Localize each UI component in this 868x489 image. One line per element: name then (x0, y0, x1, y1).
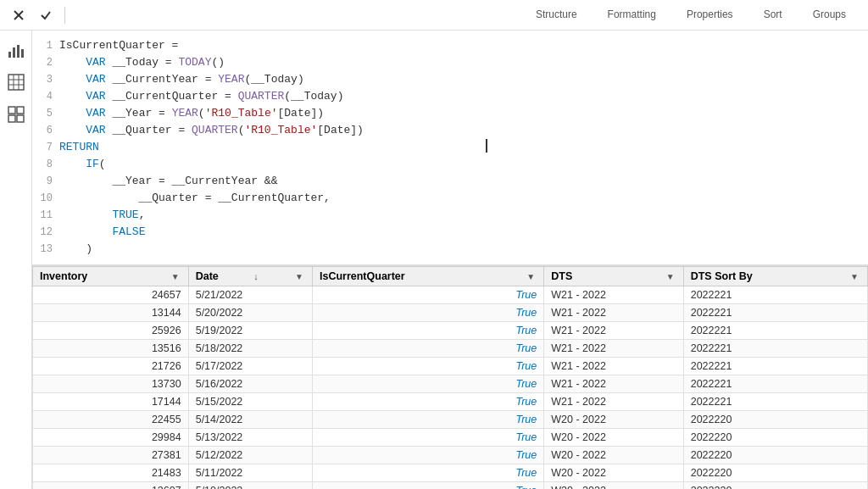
column-filter-button[interactable]: ▼ (849, 271, 860, 282)
cell-dts: W20 - 2022 (544, 447, 683, 464)
column-label: Inventory (40, 270, 87, 282)
line-code: TRUE, (59, 207, 865, 224)
table-view-button[interactable] (3, 69, 29, 95)
formula-line: 1IsCurrentQuarter = (32, 37, 868, 54)
column-label: Date (196, 270, 219, 282)
cancel-button[interactable] (7, 3, 31, 27)
cell-dts: W21 - 2022 (544, 358, 683, 375)
formula-line: 4 VAR __CurrentQuarter = QUARTER(__Today… (32, 88, 868, 105)
cell-dts: W21 - 2022 (544, 393, 683, 411)
cell-inventory: 21483 (33, 464, 189, 482)
column-header-dts: DTS▼ (544, 267, 683, 286)
cell-dts: W21 - 2022 (544, 375, 683, 393)
tab-formatting[interactable]: Formatting (593, 3, 671, 27)
cell-date: 5/16/2022 (188, 375, 312, 393)
column-filter-button[interactable]: ▼ (665, 271, 676, 282)
cell-dts: W21 - 2022 (544, 286, 683, 304)
line-code: ) (59, 241, 865, 258)
cell-dts: W21 - 2022 (544, 304, 683, 322)
formula-line: 10 __Quarter = __CurrentQuarter, (32, 190, 868, 207)
cell-dts: W21 - 2022 (544, 340, 683, 358)
column-header-iscurrentquarter: IsCurrentQuarter▼ (312, 267, 543, 286)
tab-properties[interactable]: Properties (671, 3, 748, 27)
tab-groups[interactable]: Groups (798, 3, 861, 27)
cell-dtssortby: 2022221 (683, 393, 867, 411)
cell-dtssortby: 2022221 (683, 304, 867, 322)
table-row[interactable]: 171445/15/2022TrueW21 - 20222022221 (33, 393, 868, 411)
cell-date: 5/14/2022 (188, 411, 312, 429)
cell-iscurrentquarter: True (312, 482, 543, 490)
cell-inventory: 27381 (33, 447, 189, 464)
column-filter-button[interactable]: ▼ (293, 271, 305, 282)
column-label: DTS (551, 270, 572, 282)
cell-date: 5/10/2022 (188, 482, 312, 490)
cell-iscurrentquarter: True (312, 304, 543, 322)
formula-editor[interactable]: 1IsCurrentQuarter =2 VAR __Today = TODAY… (32, 31, 868, 266)
formula-line: 3 VAR __CurrentYear = YEAR(__Today) (32, 71, 868, 88)
formula-line: 7RETURN (32, 139, 868, 156)
formula-line: 11 TRUE, (32, 207, 868, 224)
line-code: __Year = __CurrentYear && (59, 173, 865, 190)
line-code: VAR __CurrentYear = YEAR(__Today) (59, 71, 865, 88)
table-row[interactable]: 135165/18/2022TrueW21 - 20222022221 (33, 340, 868, 358)
data-table: Inventory▼Date↓▼IsCurrentQuarter▼DTS▼DTS… (32, 266, 868, 489)
data-table-wrapper[interactable]: Inventory▼Date↓▼IsCurrentQuarter▼DTS▼DTS… (32, 266, 868, 489)
line-code: FALSE (59, 224, 865, 241)
cell-date: 5/21/2022 (188, 286, 312, 304)
cell-iscurrentquarter: True (312, 322, 543, 340)
formula-line: 6 VAR __Quarter = QUARTER('R10_Table'[Da… (32, 122, 868, 139)
svg-rect-2 (8, 52, 11, 58)
table-row[interactable]: 126075/10/2022TrueW20 - 20222022220 (33, 482, 868, 490)
table-row[interactable]: 217265/17/2022TrueW21 - 20222022221 (33, 358, 868, 375)
main-layout: 1IsCurrentQuarter =2 VAR __Today = TODAY… (0, 31, 868, 489)
cell-dts: W20 - 2022 (544, 482, 683, 490)
confirm-button[interactable] (34, 3, 58, 27)
content-area: 1IsCurrentQuarter =2 VAR __Today = TODAY… (32, 31, 868, 489)
column-filter-button[interactable]: ▼ (170, 271, 181, 282)
tab-sort[interactable]: Sort (748, 3, 798, 27)
table-row[interactable]: 214835/11/2022TrueW20 - 20222022220 (33, 464, 868, 482)
tab-structure[interactable]: Structure (520, 3, 593, 27)
table-row[interactable]: 137305/16/2022TrueW21 - 20222022221 (33, 375, 868, 393)
line-code: VAR __CurrentQuarter = QUARTER(__Today) (59, 88, 865, 105)
column-label: IsCurrentQuarter (320, 270, 405, 282)
line-number: 2 (36, 54, 59, 71)
cell-date: 5/15/2022 (188, 393, 312, 411)
cell-date: 5/18/2022 (188, 340, 312, 358)
formula-line: 12 FALSE (32, 224, 868, 241)
line-number: 13 (36, 241, 59, 258)
cell-dtssortby: 2022220 (683, 482, 867, 490)
cell-iscurrentquarter: True (312, 393, 543, 411)
table-row[interactable]: 224555/14/2022TrueW20 - 20222022220 (33, 411, 868, 429)
line-number: 4 (36, 88, 59, 105)
table-row[interactable]: 259265/19/2022TrueW21 - 20222022221 (33, 322, 868, 340)
sort-icon[interactable]: ↓ (253, 271, 259, 281)
cell-iscurrentquarter: True (312, 464, 543, 482)
cell-dts: W20 - 2022 (544, 464, 683, 482)
table-row[interactable]: 246575/21/2022TrueW21 - 20222022221 (33, 286, 868, 304)
cell-dtssortby: 2022220 (683, 464, 867, 482)
column-filter-button[interactable]: ▼ (525, 271, 537, 282)
cell-dts: W21 - 2022 (544, 322, 683, 340)
line-number: 7 (36, 139, 59, 156)
table-row[interactable]: 299845/13/2022TrueW20 - 20222022220 (33, 429, 868, 447)
table-row[interactable]: 273815/12/2022TrueW20 - 20222022220 (33, 447, 868, 464)
line-number: 8 (36, 156, 59, 173)
svg-rect-12 (17, 107, 24, 114)
cell-inventory: 13144 (33, 304, 189, 322)
cell-dtssortby: 2022220 (683, 447, 867, 464)
formula-line: 8 IF( (32, 156, 868, 173)
cell-dtssortby: 2022221 (683, 358, 867, 375)
cell-dts: W20 - 2022 (544, 429, 683, 447)
toolbar-divider (64, 7, 65, 24)
column-header-inventory: Inventory▼ (33, 267, 189, 286)
cell-iscurrentquarter: True (312, 429, 543, 447)
table-row[interactable]: 131445/20/2022TrueW21 - 20222022221 (33, 304, 868, 322)
cell-iscurrentquarter: True (312, 358, 543, 375)
formula-line: 13 ) (32, 241, 868, 258)
cell-dtssortby: 2022220 (683, 411, 867, 429)
model-view-button[interactable] (3, 102, 29, 127)
chart-view-button[interactable] (3, 37, 29, 63)
cell-iscurrentquarter: True (312, 447, 543, 464)
cell-dtssortby: 2022221 (683, 322, 867, 340)
